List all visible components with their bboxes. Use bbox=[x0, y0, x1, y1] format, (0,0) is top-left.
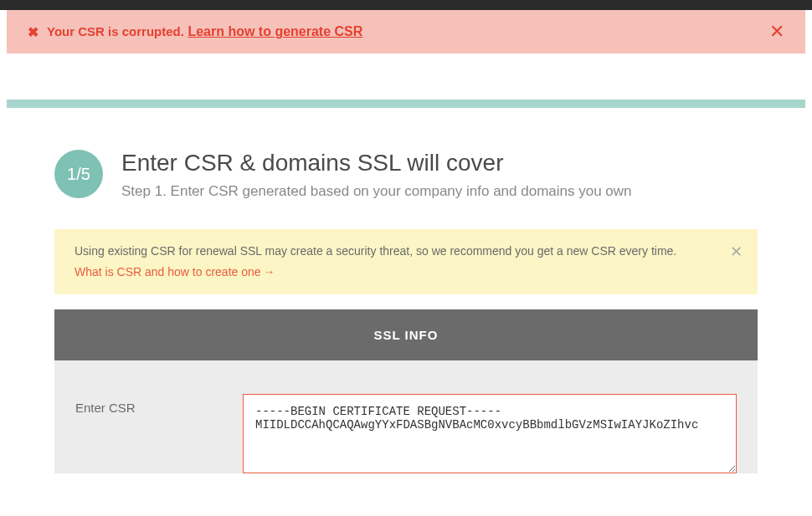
ssl-info-panel: SSL INFO Enter CSR bbox=[54, 309, 758, 473]
error-message-wrapper: Your CSR is corrupted. Learn how to gene… bbox=[47, 24, 362, 39]
step-header: 1/5 Enter CSR & domains SSL will cover S… bbox=[54, 150, 758, 200]
page-subtitle: Step 1. Enter CSR generated based on you… bbox=[121, 183, 632, 200]
error-banner: ✖ Your CSR is corrupted. Learn how to ge… bbox=[7, 10, 805, 54]
step-text: Enter CSR & domains SSL will cover Step … bbox=[121, 150, 632, 200]
ssl-panel-body: Enter CSR bbox=[54, 360, 758, 473]
csr-input[interactable] bbox=[243, 394, 737, 473]
close-icon[interactable]: ✕ bbox=[769, 23, 784, 41]
error-x-icon: ✖ bbox=[28, 24, 39, 40]
warning-link[interactable]: What is CSR and how to create one bbox=[75, 265, 261, 278]
spacer bbox=[0, 54, 812, 100]
error-message: Your CSR is corrupted. bbox=[47, 24, 184, 38]
warning-link-wrapper: What is CSR and how to create one→ bbox=[75, 264, 737, 279]
close-icon[interactable]: ✕ bbox=[730, 244, 743, 259]
csr-label: Enter CSR bbox=[75, 394, 209, 415]
progress-teal-bar bbox=[7, 100, 805, 108]
top-dark-bar bbox=[0, 0, 812, 10]
error-learn-link[interactable]: Learn how to generate CSR bbox=[188, 24, 362, 38]
content-area: 1/5 Enter CSR & domains SSL will cover S… bbox=[0, 108, 812, 473]
ssl-panel-header: SSL INFO bbox=[54, 309, 758, 360]
warning-text: Using existing CSR for renewal SSL may c… bbox=[75, 244, 737, 258]
step-indicator-circle: 1/5 bbox=[54, 150, 103, 198]
warning-box: Using existing CSR for renewal SSL may c… bbox=[54, 229, 758, 294]
arrow-right-icon: → bbox=[264, 265, 275, 278]
error-banner-content: ✖ Your CSR is corrupted. Learn how to ge… bbox=[28, 24, 362, 40]
page-title: Enter CSR & domains SSL will cover bbox=[121, 150, 632, 176]
